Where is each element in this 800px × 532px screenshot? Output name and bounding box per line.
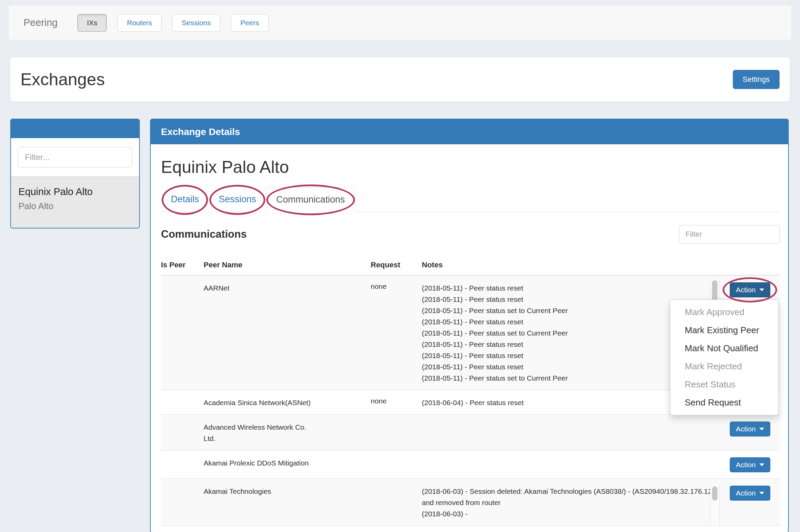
cell-peer-name: Akamai Prolexic DDoS Mitigation xyxy=(204,450,371,478)
exchange-list-item-selected[interactable]: Equinix Palo Alto Palo Alto xyxy=(11,176,139,228)
peer-name: AARNet xyxy=(204,282,316,294)
exchange-filter-input[interactable] xyxy=(18,147,132,167)
brand-peering: Peering xyxy=(24,17,58,28)
exchange-name: Equinix Palo Alto xyxy=(18,186,132,197)
nav-button-sessions[interactable]: Sessions xyxy=(172,14,220,32)
communications-filter-input[interactable] xyxy=(679,225,780,243)
cell-is-peer xyxy=(161,390,204,414)
action-dropdown-menu: Mark ApprovedMark Existing PeerMark Not … xyxy=(670,299,779,415)
cell-is-peer xyxy=(161,276,204,390)
peer-name: Advanced Wireless Network Co. Ltd. xyxy=(204,422,316,444)
menu-item-mark-rejected[interactable]: Mark Rejected xyxy=(670,357,778,375)
table-row: Advanced Wireless Network Co. Ltd.Action xyxy=(161,415,780,450)
cell-notes xyxy=(422,415,720,450)
menu-item-mark-approved[interactable]: Mark Approved xyxy=(670,303,778,321)
note-line: (2018-06-03) - xyxy=(422,508,720,519)
cell-actions: Action xyxy=(720,479,780,526)
action-button-label: Action xyxy=(736,460,756,469)
exchange-details-body: Equinix Palo Alto DetailsSessionsCommuni… xyxy=(151,157,788,526)
menu-item-reset-status[interactable]: Reset Status xyxy=(670,375,778,394)
nav-button-routers[interactable]: Routers xyxy=(117,14,162,32)
table-row: Akamai Technologies(2018-06-03) - Sessio… xyxy=(161,479,780,526)
menu-item-mark-existing-peer[interactable]: Mark Existing Peer xyxy=(670,321,778,339)
nav-button-peers[interactable]: Peers xyxy=(231,14,269,32)
caret-down-icon xyxy=(759,428,764,430)
tab-label: Details xyxy=(171,194,199,204)
caret-down-icon xyxy=(759,289,764,291)
cell-request: none xyxy=(371,276,422,390)
menu-item-mark-not-qualified[interactable]: Mark Not Qualified xyxy=(670,339,778,357)
tab-label: Sessions xyxy=(219,194,256,204)
cell-peer-name: Akamai Technologies xyxy=(204,479,371,526)
action-button-wrap: Action xyxy=(730,457,770,472)
table-header-row: Is PeerPeer NameRequestNotes xyxy=(161,258,780,276)
cell-request xyxy=(371,479,422,526)
cell-notes xyxy=(422,450,720,478)
cell-request xyxy=(371,415,422,450)
nav-button-ixs[interactable]: IXs xyxy=(77,14,107,32)
exchange-details-panel: Exchange Details Equinix Palo Alto Detai… xyxy=(150,119,789,532)
cell-is-peer xyxy=(161,415,204,450)
exchange-list-filter-wrap xyxy=(11,138,139,176)
column-header: Peer Name xyxy=(204,261,371,269)
navbar-buttons: IXsRoutersSessionsPeers xyxy=(77,14,279,32)
notes-scrollbar[interactable] xyxy=(710,484,720,526)
exchange-title: Equinix Palo Alto xyxy=(161,157,780,177)
tab-details[interactable]: Details xyxy=(161,187,209,212)
table-row: Akamai Prolexic DDoS MitigationAction xyxy=(161,450,780,479)
cell-peer-name: AARNet xyxy=(204,276,371,390)
exchange-list-panel-header xyxy=(11,119,139,138)
exchange-list-panel: Equinix Palo Alto Palo Alto xyxy=(10,119,140,228)
action-button-label: Action xyxy=(736,489,756,498)
exchange-details-panel-header: Exchange Details xyxy=(151,119,788,144)
column-header-actions-spacer xyxy=(720,261,780,269)
cell-actions: Action xyxy=(720,450,780,478)
table-row: AARNetnone(2018-05-11) - Peer status res… xyxy=(161,276,780,390)
cell-actions: Action xyxy=(720,415,780,450)
cell-peer-name: Academia Sinica Network(ASNet) xyxy=(204,390,371,414)
table-body: AARNetnone(2018-05-11) - Peer status res… xyxy=(161,276,780,526)
action-button-wrap: Action xyxy=(730,422,770,437)
settings-button[interactable]: Settings xyxy=(733,70,780,89)
section-title: Communications xyxy=(161,228,247,240)
top-navbar: Peering IXsRoutersSessionsPeers xyxy=(8,5,792,40)
action-dropdown-button[interactable]: Action xyxy=(730,486,770,501)
action-button-wrap: Action xyxy=(730,486,770,501)
column-header: Is Peer xyxy=(161,261,204,269)
cell-peer-name: Advanced Wireless Network Co. Ltd. xyxy=(204,415,371,450)
cell-notes: (2018-06-03) - Session deleted: Akamai T… xyxy=(422,479,720,526)
peer-name: Akamai Prolexic DDoS Mitigation xyxy=(204,457,316,469)
content-row: Equinix Palo Alto Palo Alto Exchange Det… xyxy=(10,119,789,532)
tab-sessions[interactable]: Sessions xyxy=(209,187,266,212)
caret-down-icon xyxy=(759,463,764,466)
tab-label: Communications xyxy=(276,194,345,205)
detail-tabs: DetailsSessionsCommunications xyxy=(161,187,780,212)
peer-name: Academia Sinica Network(ASNet) xyxy=(204,397,316,408)
communications-toolbar: Communications xyxy=(161,225,780,243)
action-dropdown-button[interactable]: Action xyxy=(730,457,770,472)
column-header: Request xyxy=(371,261,422,269)
cell-is-peer xyxy=(161,479,204,526)
action-button-label: Action xyxy=(736,425,756,433)
peer-name: Akamai Technologies xyxy=(204,486,316,497)
action-dropdown-button[interactable]: Action xyxy=(730,422,770,437)
action-button-label: Action xyxy=(736,285,756,294)
menu-item-send-request[interactable]: Send Request xyxy=(670,394,778,412)
cell-request: none xyxy=(371,390,422,414)
cell-request xyxy=(371,450,422,478)
cell-actions: ActionMark ApprovedMark Existing PeerMar… xyxy=(720,276,780,390)
scrollbar-thumb[interactable] xyxy=(712,486,717,501)
exchange-city: Palo Alto xyxy=(18,201,132,211)
action-button-wrap: Action xyxy=(730,282,770,297)
communications-table: Is PeerPeer NameRequestNotes AARNetnone(… xyxy=(161,258,780,526)
tab-communications[interactable]: Communications xyxy=(266,187,355,212)
action-dropdown-button[interactable]: Action xyxy=(730,282,770,297)
page-title: Exchanges xyxy=(20,70,105,89)
cell-is-peer xyxy=(161,450,204,478)
caret-down-icon xyxy=(759,492,764,494)
note-line: (2018-06-03) - Session deleted: Akamai T… xyxy=(422,486,720,508)
note-line: (2018-05-11) - Peer status reset xyxy=(422,282,720,294)
column-header: Notes xyxy=(422,261,720,269)
exchanges-header-panel: Exchanges Settings xyxy=(10,57,790,102)
